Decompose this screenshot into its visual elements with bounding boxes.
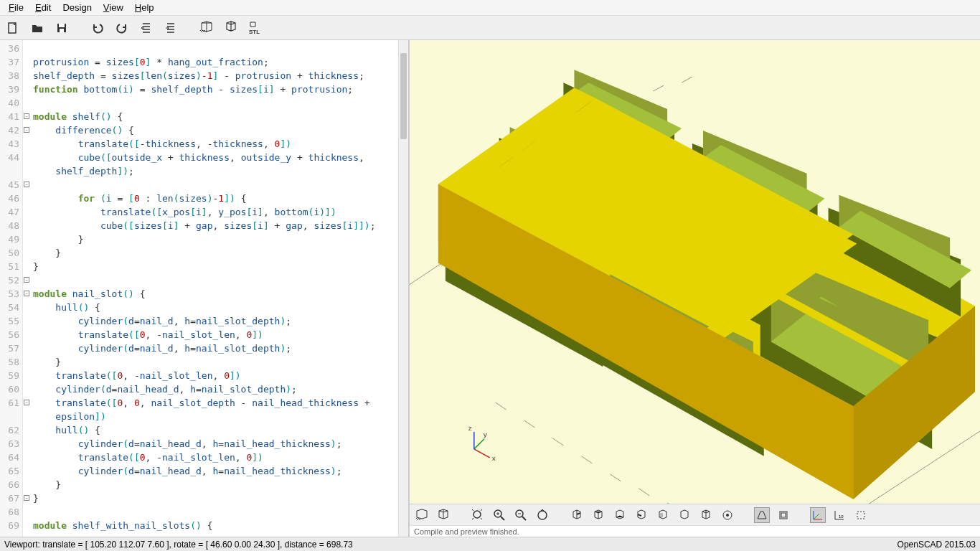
3d-viewport[interactable]: x y z (410, 40, 980, 504)
svg-line-10 (581, 456, 592, 463)
status-version: OpenSCAD 2015.03 (897, 540, 976, 550)
view-center-icon[interactable] (720, 507, 735, 523)
export-stl-button[interactable]: STL (247, 19, 264, 37)
svg-line-8 (524, 420, 535, 428)
editor-scrollbar[interactable] (398, 40, 408, 537)
menu-help[interactable]: Help (129, 1, 160, 14)
show-axes-icon[interactable] (810, 507, 826, 523)
axis-x-label: x (492, 454, 496, 462)
svg-point-72 (726, 514, 729, 517)
render-button[interactable] (222, 19, 240, 37)
svg-line-7 (496, 402, 507, 410)
svg-rect-2 (59, 24, 65, 27)
save-button[interactable] (53, 19, 70, 37)
main-area: 3637383940414243444546474849505152535455… (0, 40, 980, 537)
svg-point-69 (538, 511, 547, 519)
view-bottom-icon[interactable] (612, 507, 628, 523)
view-top-icon[interactable] (590, 507, 606, 523)
svg-line-59 (474, 439, 484, 449)
svg-line-58 (474, 449, 490, 458)
status-bar: Viewport: translate = [ 105.20 112.07 7.… (0, 537, 980, 551)
reset-view-icon[interactable] (534, 507, 550, 523)
vp-preview-icon[interactable] (414, 507, 430, 523)
code-text[interactable]: protrusion = sizes[0] * hang_out_fractio… (30, 40, 398, 537)
svg-line-11 (610, 474, 621, 481)
line-gutter: 3637383940414243444546474849505152535455… (0, 40, 23, 537)
viewport-pane: x y z (408, 40, 980, 537)
menu-edit[interactable]: Edit (29, 1, 57, 14)
svg-rect-74 (781, 513, 786, 517)
main-toolbar: STL (0, 16, 980, 40)
svg-line-67 (522, 517, 526, 520)
orthogonal-icon[interactable] (776, 507, 791, 523)
show-edges-icon[interactable] (853, 507, 869, 523)
menu-design[interactable]: Design (57, 1, 97, 14)
view-diagonal-icon[interactable] (698, 507, 714, 523)
svg-line-9 (552, 438, 563, 446)
svg-point-61 (473, 511, 481, 518)
undo-button[interactable] (89, 19, 106, 37)
show-scale-icon[interactable]: 10 (831, 507, 847, 523)
menu-file[interactable]: File (3, 1, 29, 14)
new-button[interactable] (4, 19, 22, 37)
view-right-icon[interactable] (569, 507, 585, 523)
preview-button[interactable] (198, 19, 215, 37)
svg-text:10: 10 (839, 514, 844, 519)
svg-text:STL: STL (249, 29, 260, 35)
code-editor[interactable]: 3637383940414243444546474849505152535455… (0, 40, 408, 537)
svg-rect-70 (660, 513, 663, 517)
console-output: Compile and preview finished. (410, 525, 980, 537)
redo-button[interactable] (113, 19, 131, 37)
view-left-icon[interactable] (633, 507, 649, 523)
view-all-icon[interactable] (470, 507, 486, 523)
menu-view[interactable]: View (98, 1, 129, 14)
svg-line-77 (814, 514, 819, 519)
zoom-in-icon[interactable] (491, 507, 507, 523)
scroll-thumb[interactable] (400, 53, 407, 139)
svg-line-12 (639, 489, 649, 496)
status-viewport-info: Viewport: translate = [ 105.20 112.07 7.… (4, 540, 353, 550)
menu-bar: File Edit Design View Help (0, 0, 980, 16)
unindent-button[interactable] (138, 19, 155, 37)
view-back-icon[interactable] (677, 507, 692, 523)
axis-y-label: y (484, 430, 487, 438)
svg-line-63 (501, 517, 504, 520)
svg-line-16 (653, 85, 664, 91)
axis-z-label: z (468, 424, 472, 432)
svg-line-17 (682, 77, 692, 83)
svg-line-13 (667, 503, 678, 504)
vp-render-icon[interactable] (435, 507, 451, 523)
indent-button[interactable] (162, 19, 179, 37)
fold-column: ------- (23, 40, 30, 537)
viewport-toolbar: 10 (410, 504, 980, 525)
perspective-icon[interactable] (754, 507, 770, 523)
zoom-out-icon[interactable] (513, 507, 529, 523)
svg-rect-81 (857, 512, 864, 519)
svg-rect-3 (60, 29, 64, 32)
view-front-icon[interactable] (655, 507, 671, 523)
open-button[interactable] (29, 19, 46, 37)
